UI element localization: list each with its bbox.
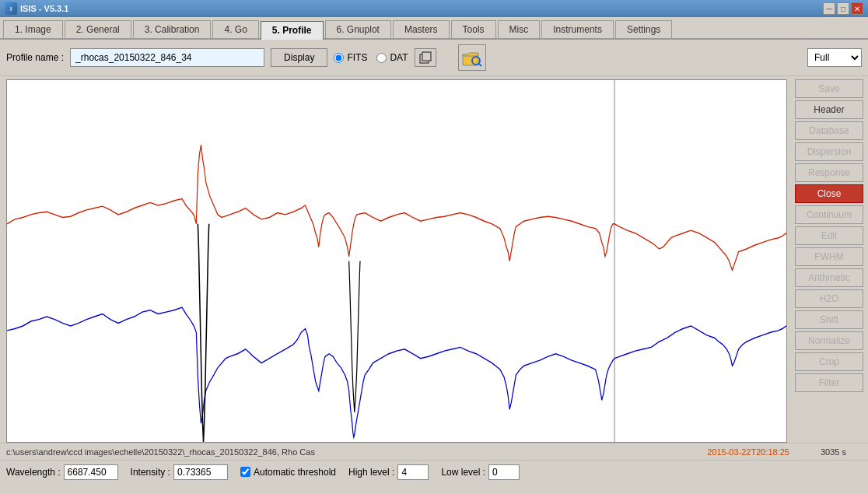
tab-misc[interactable]: Misc	[498, 20, 541, 38]
tab-tools[interactable]: Tools	[451, 20, 496, 38]
copy-button[interactable]	[415, 48, 436, 67]
svg-rect-5	[7, 80, 786, 442]
fits-label: FITS	[347, 52, 367, 63]
high-level-field: High level :	[348, 464, 429, 480]
response-button[interactable]: Response	[795, 163, 863, 182]
app-title: ISIS - V5.3.1	[20, 4, 68, 13]
title-bar-left: I ISIS - V5.3.1	[5, 2, 68, 15]
duration: 3035 s	[821, 447, 846, 457]
toolbar-row: Profile name : Display FITS DAT Full 1/2…	[0, 40, 868, 76]
tab-calibration[interactable]: 3. Calibration	[133, 20, 212, 38]
h2o-button[interactable]: H2O	[795, 289, 863, 308]
spectrum-chart	[7, 80, 786, 442]
wavelength-input[interactable]	[64, 464, 118, 480]
fwhm-button[interactable]: FWHM	[795, 247, 863, 266]
tab-general[interactable]: 2. General	[65, 20, 131, 38]
tab-bar: 1. Image 2. General 3. Calibration 4. Go…	[0, 17, 868, 40]
view-select[interactable]: Full 1/2 1/4 2x	[807, 48, 862, 67]
maximize-button[interactable]: □	[837, 2, 849, 15]
save-button[interactable]: Save	[795, 79, 863, 98]
wavelength-label: Wavelength :	[6, 467, 61, 478]
minimize-button[interactable]: ─	[823, 2, 835, 15]
dispersion-button[interactable]: Dispersion	[795, 142, 863, 161]
timestamp: 2015-03-22T20:18:25	[707, 447, 789, 457]
header-button[interactable]: Header	[795, 100, 863, 119]
auto-threshold-checkbox[interactable]	[240, 467, 250, 477]
title-bar-buttons[interactable]: ─ □ ✕	[823, 2, 863, 15]
arithmetic-button[interactable]: Arithmetic	[795, 268, 863, 287]
fits-radio[interactable]	[334, 53, 344, 63]
svg-rect-1	[422, 52, 431, 61]
edit-button[interactable]: Edit	[795, 226, 863, 245]
display-button[interactable]: Display	[271, 48, 327, 67]
tab-settings[interactable]: Settings	[615, 20, 672, 38]
app-icon: I	[5, 2, 17, 15]
tab-go[interactable]: 4. Go	[212, 20, 258, 38]
tab-image[interactable]: 1. Image	[3, 20, 63, 38]
dat-label: DAT	[390, 52, 408, 63]
status-bar: c:\users\andrew\ccd images\echelle\20150…	[0, 443, 868, 460]
bottom-bar: Wavelength : Intensity : Automatic thres…	[0, 460, 868, 483]
file-path: c:\users\andrew\ccd images\echelle\20150…	[6, 447, 315, 457]
low-level-field: Low level :	[441, 464, 520, 480]
right-panel: Save Header Database Dispersion Response…	[790, 76, 868, 443]
profile-name-input[interactable]	[70, 48, 264, 67]
low-level-input[interactable]	[488, 464, 520, 480]
profile-name-label: Profile name :	[6, 52, 64, 63]
intensity-input[interactable]	[173, 464, 228, 480]
intensity-label: Intensity :	[131, 467, 170, 478]
main-content: Save Header Database Dispersion Response…	[0, 76, 868, 443]
auto-threshold-field[interactable]: Automatic threshold	[240, 467, 336, 478]
svg-line-4	[479, 64, 481, 66]
close-button[interactable]: Close	[795, 184, 863, 203]
browse-button[interactable]	[458, 44, 486, 71]
file-type-radio-group: FITS DAT	[334, 52, 408, 63]
dat-radio-item[interactable]: DAT	[376, 52, 408, 63]
auto-threshold-label: Automatic threshold	[254, 467, 336, 478]
copy-icon	[418, 51, 432, 64]
crop-button[interactable]: Crop	[795, 352, 863, 371]
chart-area[interactable]	[6, 79, 787, 443]
title-bar: I ISIS - V5.3.1 ─ □ ✕	[0, 0, 868, 17]
tab-instruments[interactable]: Instruments	[541, 20, 614, 38]
filter-button[interactable]: Filter	[795, 373, 863, 392]
continuum-button[interactable]: Continuum	[795, 205, 863, 224]
high-level-input[interactable]	[397, 464, 429, 480]
close-window-button[interactable]: ✕	[851, 2, 863, 15]
database-button[interactable]: Database	[795, 121, 863, 140]
folder-search-icon	[461, 48, 483, 67]
normalize-button[interactable]: Normalize	[795, 331, 863, 350]
tab-masters[interactable]: Masters	[393, 20, 450, 38]
fits-radio-item[interactable]: FITS	[334, 52, 367, 63]
tab-profile[interactable]: 5. Profile	[261, 21, 324, 40]
low-level-label: Low level :	[441, 467, 485, 478]
high-level-label: High level :	[348, 467, 394, 478]
shift-button[interactable]: Shift	[795, 310, 863, 329]
intensity-field: Intensity :	[131, 464, 228, 480]
wavelength-field: Wavelength :	[6, 464, 118, 480]
tab-gnuplot[interactable]: 6. Gnuplot	[325, 20, 391, 38]
dat-radio[interactable]	[376, 53, 387, 63]
